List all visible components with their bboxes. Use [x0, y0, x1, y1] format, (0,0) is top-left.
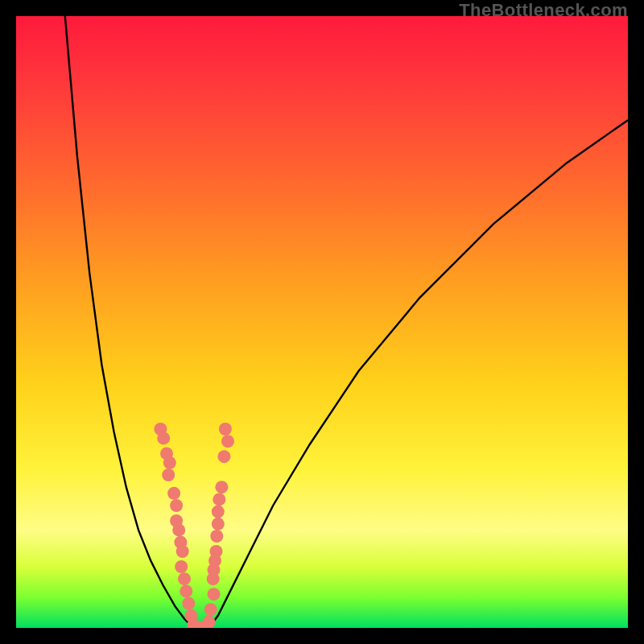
brand-watermark: TheBottleneck.com [459, 0, 628, 21]
data-dot [208, 588, 221, 601]
data-dot [215, 481, 228, 493]
data-dot [217, 450, 230, 463]
chart-svg [16, 16, 628, 628]
data-dot [172, 523, 185, 536]
data-dot [180, 584, 192, 597]
data-dot [221, 435, 234, 448]
data-dot [163, 456, 176, 469]
chart-frame: TheBottleneck.com [0, 0, 644, 644]
data-dot [212, 506, 225, 518]
data-dot [204, 603, 217, 616]
data-dot [162, 469, 175, 481]
data-dot [170, 499, 183, 512]
data-dot [167, 487, 180, 500]
data-dot [178, 572, 191, 585]
chart-plot-area [16, 16, 628, 628]
data-dot [219, 423, 232, 436]
data-dot [176, 545, 189, 558]
data-dot [182, 597, 195, 610]
data-dot [212, 518, 225, 530]
data-dot [210, 530, 223, 543]
data-dot [157, 431, 170, 444]
data-dot [175, 560, 188, 573]
data-dot [207, 572, 220, 585]
curve-left-curve [65, 16, 194, 628]
data-dot [213, 493, 225, 506]
curve-right-curve [208, 120, 628, 628]
